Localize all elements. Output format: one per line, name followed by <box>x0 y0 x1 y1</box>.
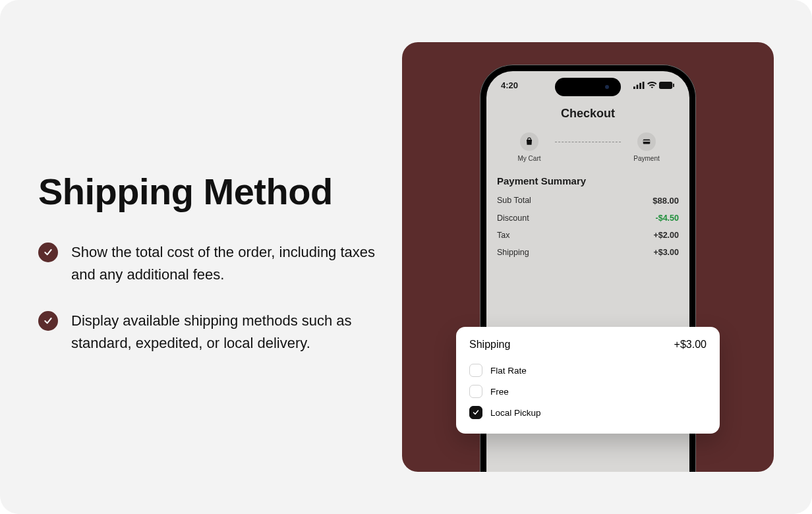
checkbox-unchecked <box>469 385 482 398</box>
option-label: Flat Rate <box>490 366 527 376</box>
row-label: Shipping <box>497 248 529 257</box>
card-icon <box>637 132 656 151</box>
row-value: $88.00 <box>652 196 679 206</box>
option-label: Local Pickup <box>490 408 541 418</box>
shipping-popover: Shipping +$3.00 Flat Rate Free Local Pic… <box>456 327 720 434</box>
slide-canvas: Shipping Method Show the total cost of t… <box>0 0 812 514</box>
popover-title: Shipping <box>469 339 510 351</box>
bullet-text: Display available shipping methods such … <box>71 310 381 355</box>
svg-rect-5 <box>673 84 674 87</box>
page-title: Checkout <box>497 107 679 121</box>
summary-row-discount: Discount -$4.50 <box>497 210 679 227</box>
check-circle-icon <box>38 243 58 262</box>
checkbox-checked <box>469 406 482 419</box>
svg-rect-0 <box>633 86 635 89</box>
left-column: Shipping Method Show the total cost of t… <box>38 171 381 378</box>
popover-amount: +$3.00 <box>674 339 707 351</box>
bag-icon <box>520 132 538 151</box>
dynamic-island <box>555 78 621 96</box>
svg-rect-1 <box>637 85 639 89</box>
summary-title: Payment Summary <box>497 175 679 186</box>
step-my-cart[interactable]: My Cart <box>506 132 552 162</box>
bullet-item: Show the total cost of the order, includ… <box>38 241 381 286</box>
svg-rect-4 <box>659 82 672 89</box>
wifi-icon <box>647 82 657 89</box>
cellular-icon <box>633 82 645 89</box>
row-value: +$3.00 <box>653 248 679 257</box>
slide-heading: Shipping Method <box>38 171 381 212</box>
popover-header: Shipping +$3.00 <box>469 339 707 351</box>
phone-panel: 4:20 Checkout <box>402 42 774 472</box>
status-time: 4:20 <box>501 80 518 90</box>
row-label: Sub Total <box>497 196 531 206</box>
row-value: -$4.50 <box>656 214 679 223</box>
bullet-item: Display available shipping methods such … <box>38 310 381 355</box>
option-label: Free <box>490 387 509 397</box>
summary-row-subtotal: Sub Total $88.00 <box>497 192 679 210</box>
shipping-option-flat-rate[interactable]: Flat Rate <box>469 360 707 381</box>
checkbox-unchecked <box>469 364 482 377</box>
status-icons <box>633 80 675 90</box>
row-value: +$2.00 <box>653 231 679 240</box>
step-payment[interactable]: Payment <box>624 132 670 162</box>
row-label: Tax <box>497 231 509 240</box>
row-label: Discount <box>497 214 529 223</box>
battery-icon <box>659 82 675 89</box>
svg-rect-2 <box>639 83 641 89</box>
shipping-option-local-pickup[interactable]: Local Pickup <box>469 402 707 423</box>
step-label: Payment <box>633 155 659 162</box>
check-circle-icon <box>38 311 58 331</box>
summary-row-tax: Tax +$2.00 <box>497 227 679 244</box>
summary-row-shipping: Shipping +$3.00 <box>497 244 679 261</box>
step-label: My Cart <box>518 155 541 162</box>
svg-rect-3 <box>643 82 645 89</box>
shipping-option-free[interactable]: Free <box>469 381 707 402</box>
step-connector <box>555 142 621 142</box>
svg-rect-7 <box>643 140 651 142</box>
checkout-stepper: My Cart Payment <box>497 132 679 162</box>
bullet-text: Show the total cost of the order, includ… <box>71 241 381 286</box>
